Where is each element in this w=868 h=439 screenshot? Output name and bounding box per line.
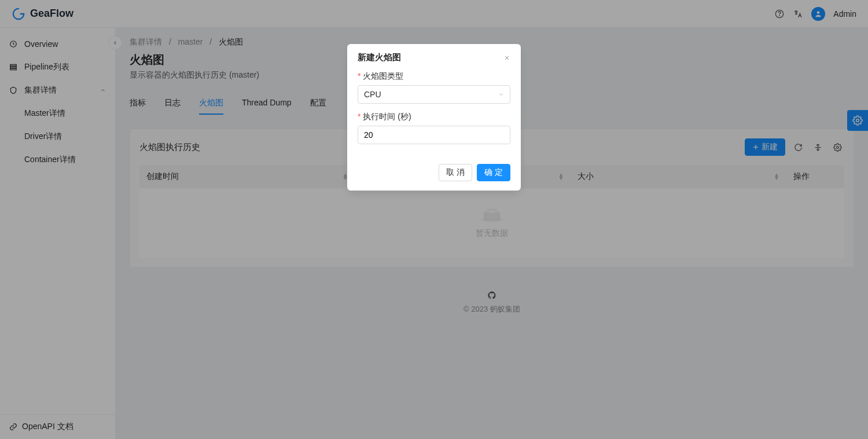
modal-overlay[interactable]: 新建火焰图 *火焰图类型 CPU *执行时间 (秒): [0, 0, 868, 439]
type-select-value: CPU: [364, 90, 381, 99]
ok-button[interactable]: 确 定: [477, 164, 510, 181]
modal-title: 新建火焰图: [358, 52, 401, 63]
type-label: *火焰图类型: [358, 71, 510, 82]
cancel-button[interactable]: 取 消: [439, 164, 472, 181]
duration-label: *执行时间 (秒): [358, 112, 510, 122]
type-select[interactable]: CPU: [358, 85, 510, 104]
new-flamegraph-modal: 新建火焰图 *火焰图类型 CPU *执行时间 (秒): [347, 44, 521, 191]
chevron-down-icon: [498, 92, 504, 97]
duration-input[interactable]: [358, 126, 510, 144]
close-icon[interactable]: [503, 54, 510, 61]
